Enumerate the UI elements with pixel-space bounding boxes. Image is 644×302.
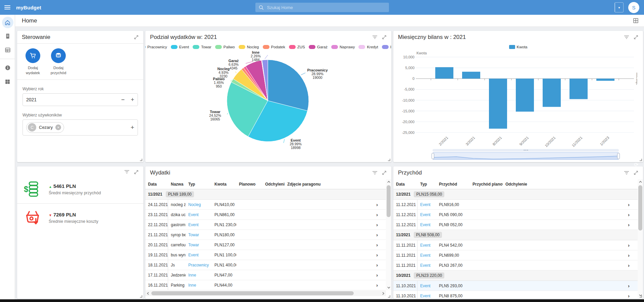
chevron-right-icon[interactable]: › <box>376 283 378 288</box>
expand-icon[interactable] <box>382 170 387 175</box>
cell-type[interactable]: Event <box>417 243 436 248</box>
refresh-split-button[interactable]: ⟳ ▾ <box>614 2 624 12</box>
expand-icon[interactable] <box>134 35 139 40</box>
chevron-right-icon[interactable]: › <box>376 272 378 278</box>
chip-remove-icon[interactable]: ✕ <box>55 124 61 130</box>
expenses-horizontal-scrollbar[interactable] <box>145 291 386 296</box>
year-increment-button[interactable]: + <box>131 97 134 103</box>
column-header[interactable]: Przychód <box>436 182 470 187</box>
chevron-right-icon[interactable]: › <box>376 222 378 227</box>
add-expense-button[interactable]: Dodaj wydatek <box>22 48 43 76</box>
resize-grip[interactable] <box>140 295 142 298</box>
chevron-right-icon[interactable]: › <box>376 252 378 257</box>
cell-type[interactable]: Event <box>417 202 436 207</box>
cell-type[interactable]: Inne <box>186 273 212 278</box>
column-header[interactable]: Typ <box>417 182 436 187</box>
table-row[interactable]: 23.11.2021dzika ucztaEventPLN861,00› <box>145 210 386 220</box>
cell-type[interactable]: Inne <box>186 283 212 288</box>
type-link[interactable]: Event <box>420 263 431 268</box>
chevron-right-icon[interactable]: › <box>376 242 378 247</box>
column-header[interactable]: Data <box>145 182 168 187</box>
table-row[interactable]: 11.11.2021EventPLN3 267,00› <box>393 260 638 270</box>
table-row[interactable]: 19.11.2021bus wynajemEventPLN1 100,00› <box>145 250 386 260</box>
table-row[interactable]: 16.11.2021Parking no…InnePLN44,00› <box>145 280 386 290</box>
navigator-right-handle[interactable] <box>617 153 620 159</box>
table-row[interactable]: 11.11.2021EventPLN699,00› <box>393 250 638 260</box>
table-row[interactable]: 11.12.2021EventPLN5 090,00› <box>393 210 638 220</box>
cell-type[interactable]: Event <box>186 253 212 257</box>
scroll-up-button[interactable] <box>386 179 391 185</box>
type-link[interactable]: Inne <box>188 283 196 288</box>
column-header[interactable]: Planowo <box>236 182 262 187</box>
sidebar-item-info[interactable] <box>0 62 15 74</box>
bar-9/2021[interactable] <box>516 79 534 111</box>
cell-type[interactable]: Event <box>417 294 436 298</box>
cell-type[interactable]: Towar <box>186 233 212 237</box>
cell-type[interactable]: Event <box>417 222 436 227</box>
caret-down-icon[interactable]: ▾ <box>615 3 623 12</box>
group-row[interactable]: 11/2021 PLN8 508,00 <box>393 230 638 240</box>
column-header[interactable]: Kwota <box>212 182 236 187</box>
chevron-right-icon[interactable]: › <box>376 262 378 267</box>
table-row[interactable]: 21.11.2021syrop bezTowarPLN180,00› <box>145 230 386 240</box>
pie-chart[interactable]: Pracownicy28.99%19000Event28.99%18998Tow… <box>145 49 391 150</box>
range-navigator[interactable] <box>433 149 619 160</box>
table-row[interactable]: 11.12.2021EventPLN9 052,00› <box>393 220 638 230</box>
resize-grip[interactable] <box>388 159 390 161</box>
column-header[interactable]: Odchylenie <box>262 182 285 187</box>
cell-type[interactable]: Event <box>417 263 436 268</box>
table-row[interactable]: 11.12.2021EventPLN916,00› <box>393 200 638 210</box>
type-link[interactable]: Event <box>420 284 431 288</box>
chevron-right-icon[interactable]: › <box>376 232 378 237</box>
group-row[interactable]: 11/2021 PLN9 189,00 <box>145 189 386 200</box>
type-link[interactable]: Event <box>420 212 431 217</box>
column-header[interactable]: Przychód planowany <box>470 182 503 187</box>
scroll-left-button[interactable] <box>145 291 151 296</box>
bar-2/2021[interactable] <box>435 67 453 79</box>
chevron-right-icon[interactable]: › <box>376 212 378 217</box>
scrollbar-thumb[interactable] <box>387 185 391 217</box>
bar-11/2021[interactable] <box>569 79 588 99</box>
cell-type[interactable]: Event <box>417 253 436 258</box>
users-selector[interactable]: C Cezary ✕ + <box>22 119 138 136</box>
table-row[interactable]: 24.11.2021nocleg żagańNoclegPLN410,00› <box>145 200 386 210</box>
type-link[interactable]: Towar <box>188 243 199 247</box>
sidebar-item-tables[interactable] <box>0 44 15 56</box>
chevron-right-icon[interactable]: › <box>376 202 378 207</box>
column-header[interactable]: Typ <box>186 182 212 187</box>
expenses-vertical-scrollbar[interactable] <box>386 179 391 290</box>
filter-icon[interactable] <box>373 35 377 39</box>
cell-type[interactable]: Towar <box>186 243 212 247</box>
scroll-right-button[interactable] <box>381 291 386 296</box>
table-row[interactable]: 18.11.2021JsPracownicyPLN1 400,00› <box>145 260 386 270</box>
sidebar-item-apps[interactable] <box>0 76 15 88</box>
table-row[interactable]: 20.11.2021carrefour o…TowarPLN127,00› <box>145 240 386 250</box>
year-selector[interactable]: − + <box>22 93 138 106</box>
sidebar-item-receipts[interactable] <box>0 30 15 42</box>
expand-icon[interactable] <box>134 170 139 174</box>
group-row[interactable]: 12/2021 PLN15 058,00 <box>393 189 638 200</box>
filter-icon[interactable] <box>125 170 129 174</box>
navigator-left-handle[interactable] <box>432 153 434 159</box>
type-link[interactable]: Event <box>188 212 199 217</box>
table-row[interactable]: 17.11.2021JedzenieInnePLN47,00› <box>145 270 386 280</box>
bar-10/2021[interactable] <box>543 79 561 107</box>
menu-button[interactable] <box>0 0 15 15</box>
filter-icon[interactable] <box>373 171 377 175</box>
avatar[interactable]: S <box>628 2 639 13</box>
type-link[interactable]: Event <box>188 253 199 257</box>
column-header[interactable]: Odchylenie <box>503 182 638 187</box>
type-link[interactable]: Inne <box>188 273 196 278</box>
type-link[interactable]: Nocleg <box>188 202 201 207</box>
cell-type[interactable]: Nocleg <box>186 202 212 207</box>
bar-3/2021[interactable] <box>462 72 480 79</box>
cell-type[interactable]: Event <box>186 212 212 217</box>
bar-chart[interactable]: 10,0005,0000-5,000-10,000-15,000-20,000-… <box>399 51 637 148</box>
column-header[interactable]: Nazwa <box>168 182 186 187</box>
year-input[interactable] <box>26 97 121 102</box>
cell-type[interactable]: Event <box>417 284 436 288</box>
layout-grid-button[interactable] <box>633 18 639 23</box>
search-box[interactable] <box>255 3 389 12</box>
group-row[interactable]: 10/2021 PLN23 220,00 <box>393 270 638 281</box>
scrollbar-thumb[interactable] <box>151 291 354 295</box>
